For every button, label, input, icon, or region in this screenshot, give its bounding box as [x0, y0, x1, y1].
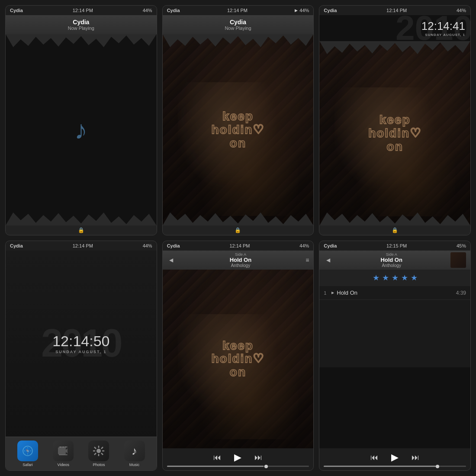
carrier-3: Cydia: [324, 8, 337, 13]
skip-prev-button-6[interactable]: ⏮: [370, 453, 378, 462]
carrier-5: Cydia: [167, 243, 180, 248]
battery-3: 44%: [457, 8, 466, 13]
dock-4: Safari Videos: [6, 437, 157, 470]
dock-icon-videos[interactable]: Videos: [53, 441, 74, 467]
back-button-6[interactable]: ◀: [324, 257, 332, 263]
lock-icon-3: 🔒: [392, 227, 398, 233]
dock-icon-photos[interactable]: Photos: [88, 441, 109, 467]
skip-prev-button-5[interactable]: ⏮: [213, 453, 221, 462]
status-bar-6: Cydia 12:15 PM 45%: [319, 241, 470, 251]
song-duration-1: 4:39: [456, 290, 466, 296]
progress-thumb-5: [264, 465, 268, 468]
now-playing-header-2: Cydia Now Playing: [163, 15, 314, 34]
time-1: 12:14 PM: [73, 8, 93, 13]
app-name-1: Cydia: [10, 19, 152, 26]
kho-line1-2: keep: [211, 110, 264, 123]
lock-icon-1: 🔒: [78, 227, 84, 233]
kho-line2-5: holdin♡: [211, 352, 264, 366]
stars-row-6[interactable]: ★ ★ ★ ★ ★: [319, 270, 470, 286]
skip-next-button-6[interactable]: ⏭: [412, 453, 419, 462]
song-num-1: 1: [324, 290, 329, 296]
play-button-5[interactable]: ▶: [234, 452, 241, 463]
dock-icon-music[interactable]: ♪ Music: [124, 441, 145, 467]
videos-app-icon[interactable]: [53, 441, 74, 461]
safari-svg: [22, 445, 34, 457]
svg-rect-7: [58, 447, 66, 454]
star-2-6[interactable]: ★: [382, 273, 389, 283]
kho-line3-5: on: [211, 366, 264, 379]
track-name-5: Hold On: [176, 257, 306, 263]
track-details-5: Side A Hold On Anthology: [176, 252, 306, 268]
album-art-1: ♪: [6, 34, 157, 225]
battery-6: 45%: [457, 243, 466, 248]
star-1-6[interactable]: ★: [373, 273, 380, 283]
screen-2: Cydia 12:14 PM ▶ 44% Cydia Now Playing k…: [162, 5, 314, 235]
status-bar-5: Cydia 12:14 PM 44%: [163, 241, 314, 251]
screen-4: Cydia 12:14 PM 44% 2010 12:14:50 Sunday …: [5, 241, 157, 471]
star-3-6[interactable]: ★: [392, 273, 399, 283]
lock-time-4: 12:14:50: [52, 333, 109, 350]
photos-app-icon[interactable]: [88, 441, 109, 461]
kho-line3-2: on: [211, 136, 264, 150]
progress-fill-5: [167, 466, 264, 467]
carrier-1: Cydia: [10, 8, 23, 13]
keep-holding-on-2: keep holdin♡ on: [211, 110, 264, 150]
photos-svg: [92, 445, 105, 457]
track-album-5: Anthology: [176, 263, 306, 268]
dock-icon-safari[interactable]: Safari: [17, 441, 38, 467]
album-art-container-2: keep holdin♡ on: [163, 34, 314, 225]
song-title-1: Hold On: [337, 289, 453, 296]
screen-3: Cydia 12:14 PM 44% 2010 12:14:41 Sunday …: [319, 5, 471, 235]
safari-app-icon[interactable]: [17, 441, 38, 461]
now-playing-header-1: Cydia Now Playing: [6, 15, 157, 34]
lock-date-3: Sunday August, 1: [425, 33, 465, 37]
track-details-6: Side A Hold On Anthology: [332, 252, 450, 268]
lock-bar-1: 🔒: [6, 225, 157, 235]
lock-date-4: Sunday August, 1: [55, 350, 106, 354]
home-screen-4: 2010 12:14:50 Sunday August, 1: [6, 251, 157, 470]
time-2: 12:14 PM: [227, 8, 248, 13]
battery-4: 44%: [143, 243, 152, 248]
svg-marker-8: [66, 448, 68, 453]
battery-2: ▶ 44%: [295, 8, 309, 13]
play-button-6[interactable]: ▶: [391, 452, 399, 463]
safari-label: Safari: [23, 463, 33, 467]
svg-line-19: [94, 447, 96, 449]
empty-list-area-6: [319, 367, 470, 449]
controls-row-6: ⏮ ▶ ⏭: [324, 452, 466, 463]
music-note-art-1: ♪: [6, 34, 157, 225]
progress-bar-6[interactable]: [324, 466, 466, 467]
back-button-5[interactable]: ◀: [167, 257, 176, 263]
kho-line2-2: holdin♡: [211, 123, 264, 137]
music-app-icon[interactable]: ♪: [124, 441, 145, 461]
carrier-2: Cydia: [167, 8, 180, 13]
svg-line-20: [101, 453, 103, 455]
album-art-2: keep holdin♡ on: [163, 34, 314, 225]
battery-5: 44%: [299, 243, 309, 248]
photo-art-3: keep holdin♡ on: [319, 41, 470, 225]
lock-time-3: 12:14:41: [421, 19, 465, 33]
keep-holding-on-5: keep holdin♡ on: [211, 339, 264, 379]
music-label: Music: [129, 463, 140, 467]
kho-line3-3: on: [368, 140, 421, 153]
status-bar-3: Cydia 12:14 PM 44%: [319, 6, 470, 15]
svg-rect-10: [59, 454, 68, 455]
star-5-6[interactable]: ★: [411, 273, 418, 283]
list-button-5[interactable]: ≡: [306, 257, 309, 264]
star-4-6[interactable]: ★: [401, 273, 408, 283]
videos-svg: [57, 446, 69, 456]
song-playing-icon-1: ▶: [331, 291, 334, 295]
subtitle-2: Now Playing: [167, 26, 309, 31]
screen-5: Cydia 12:14 PM 44% ◀ Side A Hold On Anth…: [162, 241, 314, 471]
skip-next-button-5[interactable]: ⏭: [254, 453, 262, 462]
track-info-bar-6: ◀ Side A Hold On Anthology: [319, 251, 470, 270]
kho-line1-3: keep: [368, 113, 421, 127]
subtitle-1: Now Playing: [10, 26, 152, 31]
music-note-dock: ♪: [132, 444, 137, 458]
progress-bar-5[interactable]: [167, 466, 309, 467]
svg-line-22: [94, 453, 96, 455]
progress-fill-6: [324, 466, 437, 467]
album-thumb-6: [450, 252, 466, 268]
song-row-1[interactable]: 1 ▶ Hold On 4:39: [319, 286, 470, 300]
status-bar-2: Cydia 12:14 PM ▶ 44%: [163, 6, 314, 15]
